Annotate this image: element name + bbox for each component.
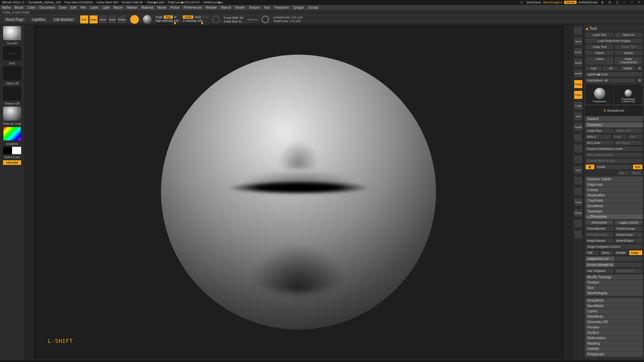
load-tool-button[interactable]: Load Tool: [585, 32, 614, 38]
higher-res-button[interactable]: Higher Res: [614, 128, 643, 133]
nav-axis[interactable]: Axis: [574, 112, 583, 121]
sculpt-mesh[interactable]: [161, 55, 436, 329]
make-polymesh-button[interactable]: Make PolyMesh3D: [614, 56, 643, 65]
export-button[interactable]: Export: [614, 50, 643, 56]
smt-button[interactable]: Smt: [633, 164, 643, 170]
half-button[interactable]: Half: [585, 250, 599, 255]
stroke-thumb[interactable]: ⋯⋯: [3, 46, 21, 60]
import-button[interactable]: Import: [585, 50, 614, 56]
adaptive-size-slider[interactable]: AdaptiveSize 50: [585, 256, 643, 261]
tool-r-button[interactable]: R: [637, 78, 643, 83]
section-meshintegrity[interactable]: MeshIntegrity: [585, 291, 643, 296]
nav-icon-15[interactable]: [574, 187, 583, 196]
keepgroups-button[interactable]: KeepGroups: [614, 232, 643, 237]
section-subtool[interactable]: Subtool: [585, 116, 643, 121]
nav-icon-0[interactable]: [574, 26, 583, 35]
menu-preferences[interactable]: Preferences: [184, 6, 202, 9]
freezeborder-button[interactable]: FreezeBorder: [585, 226, 614, 231]
layout-btn-3[interactable]: ◫: [614, 0, 620, 4]
home-page-button[interactable]: Home Page: [3, 17, 26, 22]
menus-toggle[interactable]: Menus: [564, 1, 577, 4]
section-preview[interactable]: Preview: [585, 325, 643, 330]
canvas[interactable]: L-SHIFT: [34, 26, 563, 358]
scale-mode-button[interactable]: Scale: [108, 15, 117, 24]
tool-slot-1[interactable]: PolySphereCylinder3D: [615, 85, 642, 104]
gradient-label[interactable]: Gradient: [6, 142, 18, 145]
brush-thumb[interactable]: [3, 26, 21, 40]
rotate-mode-button[interactable]: Rotate: [117, 15, 126, 24]
section-geometry[interactable]: Geometry: [585, 122, 643, 127]
nav-icon-11[interactable]: [574, 144, 583, 153]
menu-material[interactable]: Material: [142, 6, 154, 9]
rgb-intensity-slider[interactable]: [156, 23, 176, 24]
section-fibermesh[interactable]: FiberMesh: [585, 314, 643, 319]
switchcolor-button[interactable]: SwitchColor: [4, 156, 20, 159]
menu-render[interactable]: Render: [206, 6, 217, 9]
section-geometry-hd[interactable]: Geometry HD: [585, 319, 643, 324]
clone-button[interactable]: Clone: [585, 56, 614, 65]
copy-tool-button[interactable]: Copy Tool: [585, 44, 614, 50]
double-button[interactable]: Double: [614, 250, 628, 255]
adapt-button[interactable]: Adapt: [629, 250, 643, 255]
m-button[interactable]: M: [174, 15, 177, 19]
menu-transform[interactable]: Transform: [274, 6, 289, 9]
simplebrush-button[interactable]: SSimpleBrush: [585, 106, 643, 115]
menu-stencil[interactable]: Stencil: [221, 6, 231, 9]
zremesher-button[interactable]: ZRemesher: [585, 220, 614, 225]
brush-size-icon[interactable]: [212, 16, 220, 23]
section-dynamesh[interactable]: DynaMesh: [585, 203, 643, 208]
nav-icon-18[interactable]: [574, 219, 583, 228]
freeze-subdiv-button[interactable]: Freeze SubDivision Levels: [585, 146, 643, 152]
section-deformation[interactable]: Deformation: [585, 336, 643, 341]
move-mode-button[interactable]: Move: [99, 15, 107, 24]
curves-strength-slider[interactable]: Curves Strength 50: [585, 262, 643, 267]
alpha-thumb[interactable]: [3, 66, 21, 80]
divide-button[interactable]: Divide: [595, 164, 632, 170]
reconstruct-button[interactable]: Reconstruct Subdiv: [585, 152, 643, 158]
menu-layer[interactable]: Layer: [90, 6, 98, 9]
nav-icon-14[interactable]: [574, 176, 583, 185]
same-button[interactable]: Same: [600, 250, 613, 255]
maximize-button[interactable]: □: [629, 0, 635, 4]
nav-aahalf[interactable]: AAHal: [574, 69, 583, 78]
menu-alpha[interactable]: Alpha: [2, 6, 11, 9]
smoothgroups-button[interactable]: SmoothGroups: [585, 232, 614, 237]
section-position[interactable]: Position: [585, 280, 643, 285]
cage-button[interactable]: Cage: [612, 134, 627, 139]
seethrough-slider[interactable]: See-through 0: [543, 1, 562, 4]
nav-zoom[interactable]: Zoom: [574, 48, 583, 56]
menu-edit[interactable]: Edit: [71, 6, 76, 9]
rstr-button[interactable]: Rstr: [628, 134, 643, 139]
nav-actual[interactable]: Actua: [574, 58, 583, 67]
menu-light[interactable]: Light: [102, 6, 110, 9]
del-higher-button[interactable]: Del Higher: [614, 140, 643, 145]
nav-transp[interactable]: Trans: [574, 198, 583, 206]
menu-picker[interactable]: Picker: [170, 6, 180, 9]
menu-tool[interactable]: Tool: [264, 6, 270, 9]
goz-r-button[interactable]: R: [637, 66, 643, 71]
draw-mode-button[interactable]: Draw: [89, 15, 98, 24]
minimize-button[interactable]: —: [622, 0, 627, 4]
menu-marker[interactable]: Marker: [127, 6, 137, 9]
suv-button[interactable]: Suv: [618, 170, 630, 176]
lightbox-tools[interactable]: Lightbox▶Tools: [585, 72, 643, 77]
nav-local[interactable]: Local: [574, 101, 583, 110]
menu-document[interactable]: Document: [40, 6, 55, 9]
section-masking[interactable]: Masking: [585, 341, 643, 346]
menu-zscript[interactable]: Zscript: [308, 6, 318, 9]
keepcreases-button[interactable]: KeepCreases: [585, 238, 614, 243]
menu-movie[interactable]: Movie: [157, 6, 166, 9]
rgb-button[interactable]: Rgb: [164, 15, 173, 19]
zadd-button[interactable]: Zadd: [183, 15, 193, 19]
collapse-icon[interactable]: ◀: [585, 27, 588, 31]
section-size[interactable]: Size: [585, 285, 643, 290]
refresh-icon[interactable]: [262, 16, 269, 23]
nav-line-fill[interactable]: Line: [574, 166, 583, 174]
color-swatches[interactable]: [3, 147, 21, 154]
save-as-button[interactable]: Save As: [614, 32, 643, 38]
menu-stroke[interactable]: Stroke: [235, 6, 245, 9]
legacy-button[interactable]: Legacy (2018): [614, 220, 643, 225]
menu-file[interactable]: File: [80, 6, 86, 9]
close-button[interactable]: ✕: [637, 0, 642, 4]
mrgb-button[interactable]: Mrgb: [156, 15, 163, 19]
